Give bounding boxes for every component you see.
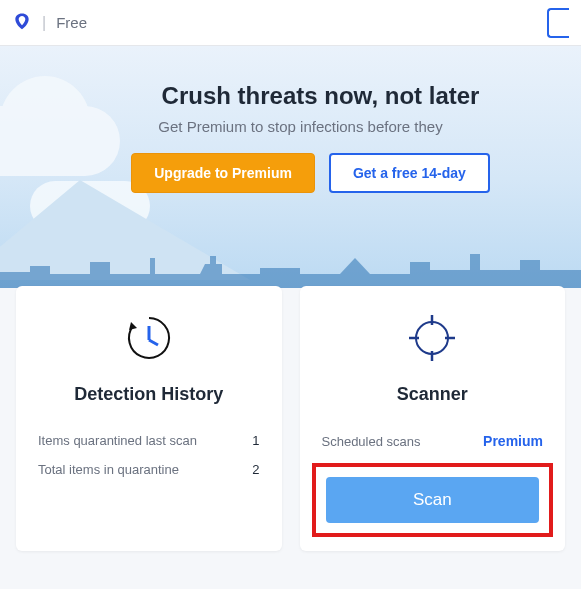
top-right-button-partial[interactable]: [547, 8, 569, 38]
scanner-title: Scanner: [322, 384, 544, 405]
crosshair-icon: [406, 312, 458, 368]
svg-marker-0: [129, 322, 137, 330]
quarantined-last-scan-label: Items quarantined last scan: [38, 433, 197, 448]
scan-highlight-box: Scan: [312, 463, 554, 537]
scheduled-scans-premium-link[interactable]: Premium: [483, 433, 543, 449]
svg-line-2: [149, 340, 158, 345]
scan-button[interactable]: Scan: [326, 477, 540, 523]
stat-row: Items quarantined last scan 1: [38, 433, 260, 448]
free-trial-button[interactable]: Get a free 14-day: [329, 153, 490, 193]
stat-row: Total items in quarantine 2: [38, 462, 260, 477]
tier-label: Free: [56, 14, 87, 31]
total-quarantine-label: Total items in quarantine: [38, 462, 179, 477]
skyline-decoration: [0, 244, 581, 288]
hero-subtitle: Get Premium to stop infections before th…: [20, 118, 581, 135]
app-logo-icon: [12, 11, 32, 35]
hero-banner: Crush threats now, not later Get Premium…: [0, 46, 581, 288]
history-clock-icon: [123, 312, 175, 368]
hero-title: Crush threats now, not later: [60, 82, 581, 110]
upgrade-premium-button[interactable]: Upgrade to Premium: [131, 153, 315, 193]
detection-history-title: Detection History: [38, 384, 260, 405]
logo-divider: |: [42, 14, 46, 32]
total-quarantine-value: 2: [252, 462, 259, 477]
scanner-card: Scanner Scheduled scans Premium Scan: [300, 286, 566, 551]
stat-row: Scheduled scans Premium: [322, 433, 544, 449]
dashboard-cards: Detection History Items quarantined last…: [0, 286, 581, 551]
top-bar: | Free: [0, 0, 581, 46]
scheduled-scans-label: Scheduled scans: [322, 434, 421, 449]
detection-history-card: Detection History Items quarantined last…: [16, 286, 282, 551]
quarantined-last-scan-value: 1: [252, 433, 259, 448]
svg-point-3: [416, 322, 448, 354]
